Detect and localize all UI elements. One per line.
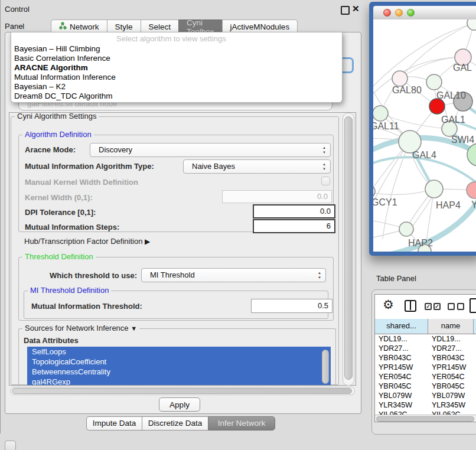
network-node-gal1[interactable] <box>429 99 445 114</box>
table-row[interactable]: YPR145WYPR145W9. <box>375 363 476 372</box>
kernel-width-field[interactable]: 0.0 <box>222 190 332 203</box>
show-columns-icon[interactable] <box>405 300 416 312</box>
sources-title[interactable]: Sources for Network Inference ▼ <box>22 324 139 332</box>
algorithm-menu-item[interactable]: Basic Correlation Inference <box>11 54 342 63</box>
network-node-hap2[interactable] <box>399 222 413 236</box>
column-header-name[interactable]: name <box>428 319 474 334</box>
network-node-label: SWI4 <box>451 135 474 145</box>
network-node-y[interactable] <box>467 182 476 198</box>
aracne-mode-value: Discovery <box>99 144 132 156</box>
network-node-gal80[interactable] <box>392 71 407 86</box>
spinner-arrows-icon: ▲▼ <box>318 270 321 280</box>
bottom-tab-discretize-data[interactable]: Discretize Data <box>142 416 208 431</box>
table-row[interactable]: YBR045CYBR045C9. <box>375 381 476 391</box>
settings-vertical-scrollbar[interactable] <box>343 113 354 386</box>
table-cell: 9. <box>474 400 476 410</box>
table-row[interactable]: YDL19...YDL19...13 <box>375 334 476 344</box>
table-cell: 9. <box>474 363 476 372</box>
attribute-list-scrollbar[interactable] <box>322 350 329 384</box>
close-window-button[interactable]: ✕ <box>352 4 360 14</box>
mi-threshold-definition-title: MI Threshold Definition <box>28 286 111 295</box>
table-row[interactable]: YDR27...YDR27...12 <box>375 344 476 353</box>
bottom-tab-impute-data[interactable]: Impute Data <box>86 416 142 431</box>
algorithm-menu-prompt: Select algorithm to view settings <box>116 34 226 43</box>
network-node-label: GAL <box>453 63 472 73</box>
gear-icon[interactable]: ⚙ <box>383 298 394 312</box>
algorithm-menu-item[interactable]: Bayesian – K2 <box>11 82 342 92</box>
algorithm-menu-item[interactable]: Mutual Information Inference <box>11 73 342 82</box>
select-all-icon[interactable]: ✓ <box>433 303 441 310</box>
table-horizontal-scrollbar[interactable] <box>375 415 476 422</box>
select-all-icon[interactable]: ✓ <box>425 303 432 310</box>
zoom-traffic-light[interactable] <box>407 9 415 17</box>
network-window-titlebar[interactable] <box>373 6 476 20</box>
aracne-mode-label: Aracne Mode: <box>25 145 76 154</box>
table-row[interactable]: YBL079WYBL079W <box>375 391 476 400</box>
table-cell: YPR145W <box>428 363 474 372</box>
mi-threshold-field[interactable]: 0.5 <box>251 299 332 313</box>
data-attribute-item[interactable]: gal4RGexp <box>27 377 331 386</box>
table-row[interactable]: YBR043CYBR043C <box>375 353 476 363</box>
column-header-shared-name[interactable]: shared... <box>375 319 428 334</box>
network-node[interactable] <box>467 19 476 30</box>
manual-kernel-width-label: Manual Kernel Width Definition <box>25 178 138 187</box>
table-cell <box>474 353 476 363</box>
table-cell: YER054C <box>428 372 474 381</box>
network-view-window: GALGAL80GAL10GAL1GAL11SWI4GAL4GCY1HAP4YH… <box>369 2 476 256</box>
algorithm-menu-item[interactable]: Dream8 DC_TDC Algorithm <box>11 92 342 101</box>
network-tab-icon <box>59 22 67 32</box>
network-canvas[interactable]: GALGAL80GAL10GAL1GAL11SWI4GAL4GCY1HAP4YH… <box>373 19 476 252</box>
network-node-gal10[interactable] <box>426 74 442 90</box>
table-cell: YBL079W <box>375 391 428 400</box>
table-row[interactable]: YLR345WYLR345W9. <box>375 400 476 410</box>
algorithm-definition-title: Algorithm Definition <box>22 130 94 139</box>
document-icon[interactable] <box>470 298 476 313</box>
mi-threshold-definition-group: MI Threshold Definition Mutual Informati… <box>24 291 328 319</box>
data-attribute-item[interactable]: SelfLoops <box>27 347 331 357</box>
settings-horizontal-scrollbar[interactable] <box>10 387 355 395</box>
bottom-tab-bar: Impute DataDiscretize DataInfer Network <box>86 416 275 431</box>
network-node-label: GAL1 <box>441 115 465 125</box>
minimized-panel-icon[interactable] <box>5 441 16 450</box>
threshold-definition-group: Threshold Definition Which threshold to … <box>18 257 334 321</box>
bottom-tab-infer-network[interactable]: Infer Network <box>208 416 275 431</box>
network-edge[interactable] <box>373 142 410 226</box>
network-node-label: GAL4 <box>412 150 436 160</box>
table-cell: 8. <box>474 372 476 381</box>
mi-steps-field[interactable]: 6 <box>253 219 335 233</box>
column-header-partial[interactable]: A <box>474 319 476 334</box>
algorithm-dropdown-menu: Select algorithm to view settings Bayesi… <box>11 32 343 103</box>
expander-arrow-icon: ▶ <box>145 237 150 246</box>
algorithm-definition-group: Algorithm Definition Aracne Mode: Discov… <box>18 135 334 232</box>
close-traffic-light[interactable] <box>383 9 391 17</box>
dpi-tolerance-field[interactable]: 0.0 <box>253 204 335 219</box>
algorithm-menu-item[interactable]: ARACNE Algorithm <box>11 63 342 73</box>
table-cell: YBR043C <box>428 353 474 363</box>
apply-button[interactable]: Apply <box>159 397 200 412</box>
unselect-all-icon[interactable] <box>457 303 464 310</box>
which-threshold-select[interactable]: MI Threshold ▲▼ <box>141 268 326 282</box>
data-attributes-list[interactable]: SelfLoopsTopologicalCoefficientBetweenne… <box>27 347 331 386</box>
network-node-label: Y <box>471 200 476 210</box>
manual-kernel-width-checkbox[interactable] <box>321 177 330 185</box>
mi-algorithm-type-select[interactable]: Naive Bayes ▲▼ <box>183 159 331 174</box>
table-row[interactable]: YER054CYER054C8. <box>375 372 476 381</box>
unselect-all-icon[interactable] <box>448 303 455 310</box>
spinner-arrows-icon: ▲▼ <box>322 145 326 155</box>
table-cell: YLR345W <box>375 400 428 410</box>
spinner-arrows-icon: ▲▼ <box>322 162 326 171</box>
algorithm-menu-item[interactable]: Bayesian – Hill Climbing <box>11 44 342 54</box>
algorithm-menu-items: Bayesian – Hill ClimbingBasic Correlatio… <box>11 44 342 101</box>
hub-definition-expander[interactable]: Hub/Transcription Factor Definition ▶ <box>24 237 150 246</box>
aracne-mode-select[interactable]: Discovery ▲▼ <box>90 143 331 157</box>
data-attribute-item[interactable]: TopologicalCoefficient <box>27 357 331 367</box>
dpi-tolerance-label: DPI Tolerance [0,1]: <box>25 208 96 217</box>
minimize-traffic-light[interactable] <box>395 9 403 17</box>
table-cell: YDL19... <box>428 334 474 344</box>
data-attribute-item[interactable]: BetweennessCentrality <box>27 367 331 377</box>
table-cell: YBL079W <box>428 391 474 400</box>
table-cell <box>474 391 476 400</box>
network-node-hap4[interactable] <box>425 180 443 198</box>
float-window-button[interactable] <box>341 6 350 15</box>
network-node-gal11[interactable] <box>373 106 388 121</box>
